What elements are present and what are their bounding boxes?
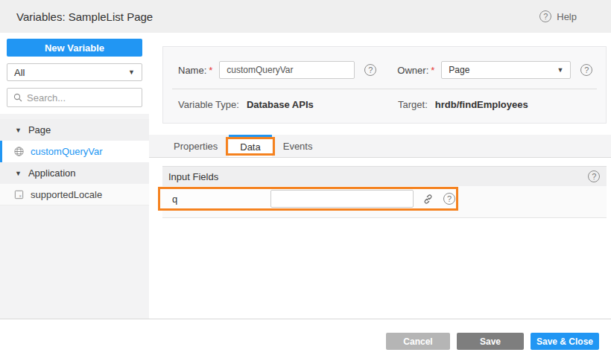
tree-item-customqueryvar[interactable]: customQueryVar: [0, 141, 149, 162]
dialog-header: Variables: SampleList Page ? Help: [0, 0, 611, 33]
help-label: Help: [557, 11, 577, 22]
tab-label: Events: [283, 141, 313, 152]
variables-sidebar: New Variable All ▼ ▼ Page customQ: [0, 33, 149, 319]
tree-group-application[interactable]: ▼ Application: [0, 162, 149, 184]
tab-label: Data: [240, 141, 260, 153]
input-fields-help-icon[interactable]: ?: [588, 170, 600, 182]
chevron-down-icon: ▼: [557, 66, 563, 74]
save-and-close-button[interactable]: Save & Close: [531, 333, 599, 350]
owner-label: Owner:: [397, 65, 428, 76]
name-input[interactable]: [219, 61, 355, 79]
q-field-input[interactable]: [270, 190, 414, 208]
type-target-row: Variable Type: Database APIs Target: hrd…: [163, 89, 606, 123]
tab-data[interactable]: Data: [229, 135, 271, 157]
page-title: Variables: SampleList Page: [16, 10, 153, 23]
field-label-q: q: [160, 194, 270, 205]
section-title: Input Fields: [168, 171, 218, 182]
bind-link-icon[interactable]: [422, 194, 434, 205]
dialog-footer: Cancel Save Save & Close: [0, 319, 611, 363]
collapse-arrow-icon: ▼: [15, 170, 22, 177]
tree-item-supportedlocale[interactable]: x supportedLocale: [0, 184, 149, 205]
variable-type-label: Variable Type:: [178, 99, 239, 110]
owner-selected-value: Page: [449, 65, 469, 75]
chevron-down-icon: ▼: [128, 68, 135, 76]
variable-detail-panel: Name: * ? Owner: * Page ▼ ? Variable Typ…: [149, 33, 611, 319]
tree-item-label: customQueryVar: [31, 146, 103, 157]
cancel-button[interactable]: Cancel: [386, 333, 450, 350]
tree-item-label: supportedLocale: [31, 189, 102, 200]
input-fields-body: q ?: [162, 186, 607, 218]
tab-properties[interactable]: Properties: [162, 135, 229, 157]
help-button[interactable]: ? Help: [539, 10, 577, 22]
variables-tree: ▼ Page customQueryVar ▼ Application x su…: [0, 119, 149, 205]
service-variable-icon: [13, 146, 25, 157]
tab-label: Properties: [174, 141, 218, 152]
owner-select[interactable]: Page ▼: [441, 61, 571, 79]
save-button[interactable]: Save: [457, 333, 524, 350]
required-marker: *: [209, 65, 212, 76]
new-variable-button[interactable]: New Variable: [7, 39, 142, 57]
name-label: Name:: [178, 65, 206, 76]
target-label: Target:: [398, 99, 428, 110]
svg-text:x: x: [19, 193, 22, 198]
input-fields-section: Input Fields ? q ?: [162, 166, 607, 218]
filter-selected-value: All: [14, 67, 25, 78]
tab-events[interactable]: Events: [272, 135, 324, 157]
model-variable-icon: x: [13, 189, 25, 200]
tree-group-label: Page: [28, 124, 51, 135]
target-value: hrdb/findEmployees: [435, 99, 528, 110]
variable-type-value: Database APIs: [247, 99, 314, 110]
detail-tabbar: Properties Data Events: [149, 135, 611, 158]
search-input[interactable]: [27, 92, 158, 103]
variable-summary-card: Name: * ? Owner: * Page ▼ ? Variable Typ…: [162, 46, 607, 124]
dialog-body: New Variable All ▼ ▼ Page customQ: [0, 33, 611, 319]
input-fields-header: Input Fields ?: [162, 166, 607, 186]
collapse-arrow-icon: ▼: [15, 127, 22, 134]
required-marker: *: [431, 65, 434, 76]
q-field-help-icon[interactable]: ?: [443, 193, 455, 205]
sidebar-controls: New Variable All ▼: [0, 33, 149, 114]
tree-group-label: Application: [28, 167, 76, 179]
search-box[interactable]: [7, 88, 142, 107]
name-help-icon[interactable]: ?: [364, 64, 376, 76]
name-owner-row: Name: * ? Owner: * Page ▼ ?: [163, 47, 606, 79]
variable-filter-select[interactable]: All ▼: [7, 63, 142, 81]
help-circle-icon: ?: [539, 10, 551, 22]
annotation-highlight-q-field-row: q ?: [158, 187, 458, 211]
owner-help-icon[interactable]: ?: [580, 64, 592, 76]
tree-group-page[interactable]: ▼ Page: [0, 119, 149, 141]
search-icon: [13, 93, 22, 102]
